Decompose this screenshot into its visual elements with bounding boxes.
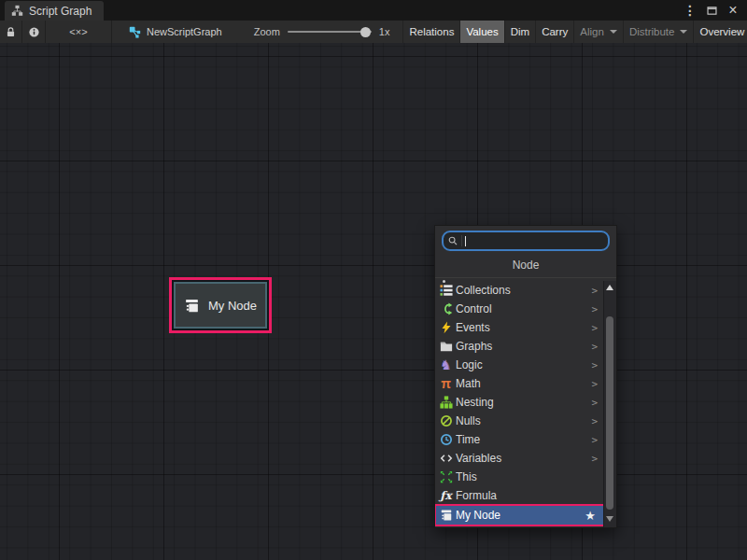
control-icon — [439, 302, 453, 316]
scroll-down-arrow-icon[interactable] — [606, 516, 613, 522]
text-caret — [465, 236, 466, 246]
kebab-menu-icon[interactable]: ⋮ — [683, 3, 698, 18]
chevron-right-icon: > — [591, 303, 598, 315]
close-icon[interactable]: × — [726, 3, 740, 18]
toolbar-button-label: Distribute — [629, 26, 675, 37]
dropdown-caret-icon — [680, 30, 687, 34]
favorite-star-icon[interactable]: ★ — [585, 509, 596, 523]
toolbar-button-relations[interactable]: Relations — [402, 21, 459, 43]
finder-scrollbar[interactable] — [603, 281, 616, 527]
finder-item-label: This — [456, 470, 477, 483]
graph-name: NewScriptGraph — [147, 26, 222, 37]
finder-item-label: Nulls — [456, 414, 481, 427]
finder-item-nulls[interactable]: Nulls> — [435, 412, 604, 430]
search-input[interactable] — [442, 231, 610, 251]
finder-item-variables[interactable]: Variables> — [435, 449, 604, 468]
scroll-up-arrow-icon[interactable] — [606, 285, 613, 290]
finder-item-label: Graphs — [456, 340, 492, 353]
mynode-icon — [439, 509, 453, 523]
finder-item-label: Time — [456, 433, 480, 446]
toolbar-button-values[interactable]: Values — [459, 21, 503, 43]
finder-item-my-node[interactable]: My Node★ — [435, 505, 604, 525]
nulls-icon — [439, 414, 453, 428]
finder-item-label: Variables — [456, 452, 501, 465]
script-graph-icon — [129, 26, 141, 38]
finder-item-label: Collections — [456, 284, 511, 297]
window-controls: ⋮ × — [676, 0, 747, 21]
toolbar-button-label: Overview — [699, 26, 744, 37]
finder-item-label: Formula — [456, 489, 497, 502]
finder-item-label: Math — [456, 377, 481, 390]
toolbar-button-label: Relations — [409, 26, 454, 37]
finder-item-collections[interactable]: Collections> — [435, 281, 604, 300]
finder-item-logic[interactable]: ♞Logic> — [435, 356, 604, 374]
chevron-right-icon: > — [591, 397, 598, 409]
chevron-right-icon: > — [591, 341, 598, 353]
finder-item-graphs[interactable]: Graphs> — [435, 337, 604, 356]
info-icon[interactable] — [22, 21, 46, 43]
toolbar-button-overview[interactable]: Overview — [693, 21, 747, 43]
finder-item-label: Nesting — [456, 396, 494, 409]
logic-icon: ♞ — [439, 358, 453, 372]
dropdown-caret-icon — [610, 30, 617, 34]
node-title: My Node — [208, 299, 257, 313]
finder-item-label: Logic — [456, 358, 483, 371]
graph-toolbar: <×> NewScriptGraph Zoom 1x RelationsValu… — [0, 21, 747, 44]
finder-item-events[interactable]: Events> — [435, 318, 604, 337]
toolbar-button-distribute: Distribute — [623, 21, 694, 43]
node-body: My Node — [174, 282, 267, 329]
zoom-control: Zoom 1x — [254, 26, 390, 37]
lock-icon[interactable] — [0, 21, 22, 43]
toolbar-button-label: Carry — [542, 26, 568, 37]
my-node-icon — [184, 294, 200, 317]
formula-icon: ƒx — [439, 489, 453, 503]
code-preview-icon[interactable]: <×> — [46, 21, 112, 43]
title-bar: Script Graph ⋮ × — [0, 0, 747, 21]
toolbar-button-dim[interactable]: Dim — [504, 21, 535, 43]
zoom-label: Zoom — [254, 26, 280, 37]
zoom-value: 1x — [379, 26, 390, 37]
this-icon — [439, 470, 453, 484]
tab-label: Script Graph — [29, 5, 92, 18]
toolbar-button-group: RelationsValuesDimCarryAlignDistributeOv… — [402, 21, 747, 43]
graph-breadcrumb[interactable]: NewScriptGraph — [112, 21, 232, 43]
finder-item-time[interactable]: Time> — [435, 430, 604, 449]
graph-node-my-node[interactable]: My Node — [169, 277, 272, 333]
chevron-right-icon: > — [591, 359, 598, 371]
finder-item-this[interactable]: This — [435, 468, 604, 486]
math-icon: π — [439, 377, 453, 391]
fuzzy-finder-popup: Node Collections>Control>Events>Graphs>♞… — [434, 225, 617, 528]
graph-canvas[interactable]: My Node Node Collections>Control>Events>… — [0, 43, 747, 560]
chevron-right-icon: > — [591, 434, 598, 446]
finder-header: Node — [435, 253, 616, 277]
finder-item-nesting[interactable]: Nesting> — [435, 393, 604, 412]
events-icon — [439, 321, 453, 335]
toolbar-button-carry[interactable]: Carry — [535, 21, 573, 43]
finder-item-control[interactable]: Control> — [435, 300, 604, 318]
collections-icon — [439, 284, 453, 298]
search-area — [435, 226, 616, 253]
search-icon — [447, 235, 462, 246]
zoom-slider[interactable] — [288, 31, 372, 33]
tab-script-graph[interactable]: Script Graph — [5, 1, 104, 21]
toolbar-button-label: Dim — [511, 26, 529, 37]
header-divider — [435, 277, 616, 278]
nesting-icon — [439, 396, 453, 410]
chevron-right-icon: > — [591, 378, 598, 390]
chevron-right-icon: > — [591, 322, 598, 334]
chevron-right-icon: > — [591, 415, 598, 427]
toolbar-button-label: Align — [580, 26, 604, 37]
toolbar-button-align: Align — [573, 21, 623, 43]
script-graph-window: Script Graph ⋮ × <×> NewScriptGraph Zoom… — [0, 0, 747, 560]
maximize-icon[interactable] — [704, 3, 719, 18]
toolbar-button-label: Values — [466, 26, 498, 37]
variables-icon — [439, 452, 453, 466]
zoom-slider-handle[interactable] — [360, 27, 371, 37]
finder-item-label: My Node — [456, 509, 500, 522]
chevron-right-icon: > — [591, 285, 598, 297]
scrollbar-thumb[interactable] — [606, 316, 613, 510]
finder-item-label: Events — [456, 321, 490, 334]
finder-item-math[interactable]: πMath> — [435, 374, 604, 393]
hierarchy-icon — [11, 5, 23, 17]
finder-item-formula[interactable]: ƒxFormula — [435, 486, 604, 505]
